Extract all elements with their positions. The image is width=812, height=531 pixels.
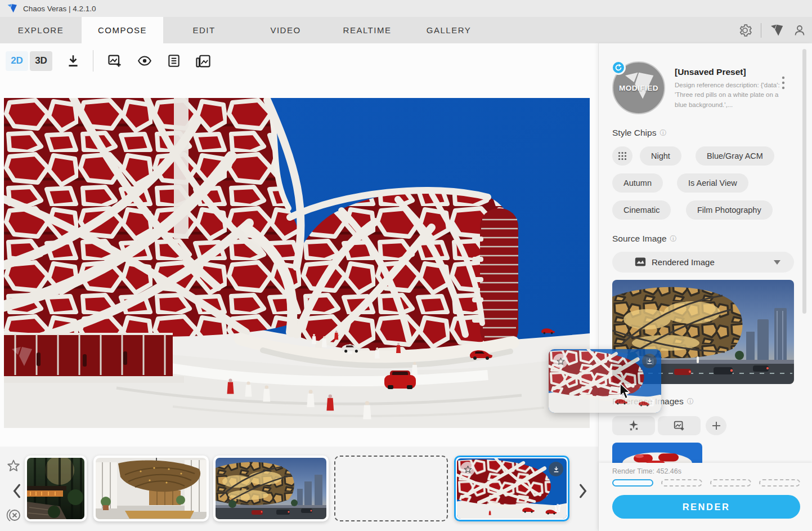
gallery-images-icon[interactable] — [195, 53, 212, 69]
preset-name: [Unsaved Preset] — [675, 67, 746, 77]
render-thumbnail-forest-house[interactable] — [25, 456, 87, 521]
queue-slot-empty[interactable] — [710, 479, 751, 487]
mode-2d-button[interactable]: 2D — [6, 51, 28, 71]
tab-video[interactable]: VIDEO — [245, 17, 326, 43]
preset-description: Design reference description: {'data': '… — [675, 81, 783, 110]
source-image-dropdown[interactable]: Rendered Image — [612, 252, 794, 273]
source-image-label: Source Imageⓘ — [612, 234, 677, 244]
tab-gallery[interactable]: GALLERY — [408, 17, 490, 43]
veras-panel-icon[interactable] — [770, 24, 784, 37]
add-reference-image-icon[interactable] — [658, 416, 701, 435]
style-chip-is-aerial-view[interactable]: Is Aerial View — [677, 173, 748, 193]
main-nav: EXPLORE COMPOSE EDIT VIDEO REALTIME GALL… — [0, 17, 812, 43]
add-plus-icon[interactable] — [706, 416, 726, 435]
account-person-icon[interactable] — [793, 24, 806, 37]
thumbnail-favorite-star-icon[interactable] — [460, 462, 475, 476]
title-bar: Chaos Veras | 4.2.1.0 — [0, 0, 812, 17]
canvas-toolbar: 2D 3D — [6, 51, 212, 71]
style-chip-autumn[interactable]: Autumn — [612, 173, 663, 193]
mode-3d-button[interactable]: 3D — [30, 51, 52, 71]
compose-settings-panel: MODIFIED [Unsaved Preset] Design referen… — [598, 43, 812, 531]
render-thumbnail-red-building-selected[interactable] — [454, 456, 569, 521]
source-image-info-icon[interactable]: ⓘ — [670, 234, 677, 244]
tab-compose[interactable]: COMPOSE — [82, 17, 163, 43]
render-thumbnail-wood-interior[interactable] — [93, 456, 209, 521]
queue-slot-empty[interactable] — [661, 479, 702, 487]
favorite-star-icon[interactable] — [7, 459, 20, 472]
reference-images-info-icon[interactable]: ⓘ — [687, 397, 694, 407]
ghost-trash-icon — [647, 398, 656, 409]
render-footer: Render Time: 452.46s RENDER — [599, 463, 812, 531]
modified-badge: MODIFIED — [613, 84, 664, 92]
scroll-left-chevron-icon[interactable] — [11, 484, 23, 498]
render-thumbnail-dusk-building[interactable] — [213, 456, 329, 521]
prompt-document-icon[interactable] — [167, 53, 181, 68]
style-chip-night[interactable]: Night — [640, 146, 681, 166]
tab-edit[interactable]: EDIT — [163, 17, 245, 43]
style-chip-cinematic[interactable]: Cinematic — [612, 200, 671, 220]
download-icon[interactable] — [66, 53, 80, 68]
scroll-right-chevron-icon[interactable] — [577, 484, 589, 498]
style-chips-label: Style Chipsⓘ — [612, 128, 666, 138]
source-image-selected: Rendered Image — [652, 257, 715, 267]
nav-divider — [761, 23, 761, 38]
thumbnail-download-icon[interactable] — [549, 462, 563, 476]
render-time: Render Time: 452.46s — [612, 467, 681, 475]
dragged-thumbnail-preview[interactable] — [549, 349, 661, 413]
preset-menu-kebab-icon[interactable] — [782, 76, 785, 92]
thumbnail-trash-icon[interactable] — [553, 503, 562, 515]
panel-scrollbar[interactable] — [802, 49, 806, 314]
modified-refresh-icon — [611, 60, 626, 75]
preview-eye-icon[interactable] — [136, 53, 153, 68]
ai-materials-sparkles-icon[interactable] — [612, 416, 655, 435]
render-canvas — [4, 98, 590, 428]
style-chip-film-photography[interactable]: Film Photography — [686, 200, 773, 220]
ghost-download-icon — [642, 354, 657, 368]
render-queue — [612, 479, 800, 487]
toolbar-divider — [93, 50, 93, 72]
ghost-favorite-star-icon — [553, 354, 568, 368]
filmstrip — [0, 447, 598, 531]
nav-right-icons — [738, 17, 806, 43]
style-chips-info-icon[interactable]: ⓘ — [660, 128, 666, 138]
workspace-pane: 2D 3D — [0, 43, 598, 531]
veras-logo-icon — [7, 3, 17, 14]
caret-down-icon — [774, 260, 780, 265]
tab-realtime[interactable]: REALTIME — [326, 17, 408, 43]
style-chip-blue-gray-acm[interactable]: Blue/Gray ACM — [696, 146, 774, 166]
rendered-image-icon — [635, 257, 646, 267]
mouse-cursor-arrow — [619, 383, 631, 402]
deselect-circle-x-icon[interactable] — [6, 507, 21, 523]
render-button[interactable]: RENDER — [612, 495, 800, 519]
settings-gear-icon[interactable] — [738, 24, 752, 37]
queue-slot-active[interactable] — [612, 479, 653, 487]
add-image-icon[interactable] — [107, 53, 123, 69]
empty-filmstrip-slot[interactable] — [334, 456, 448, 521]
app-title: Chaos Veras | 4.2.1.0 — [23, 5, 96, 13]
queue-slot-empty[interactable] — [759, 479, 800, 487]
tab-explore[interactable]: EXPLORE — [0, 17, 82, 43]
chip-grid-icon[interactable] — [612, 146, 632, 166]
